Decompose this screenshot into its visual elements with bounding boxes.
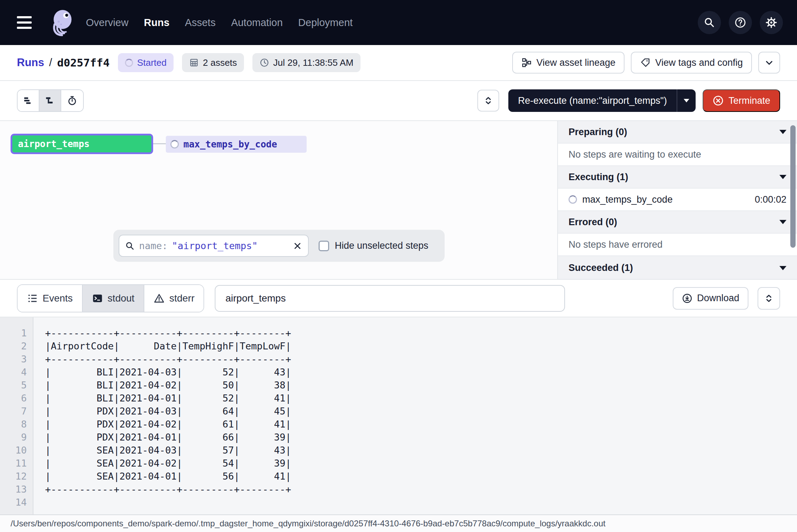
filter-prefix: name: <box>139 240 168 251</box>
download-icon <box>682 293 692 304</box>
log-line: +-----------+----------+---------+------… <box>45 353 291 366</box>
reexecute-button[interactable]: Re-execute (name:"airport_temps") <box>508 89 677 112</box>
run-gantt-area: airport_temps max_temps_by_code name: "a… <box>0 121 797 280</box>
log-step-filter-input[interactable] <box>215 285 565 312</box>
clock-icon <box>259 58 269 68</box>
panel-section-preparing[interactable]: Preparing (0) <box>558 121 797 144</box>
line-number-gutter: 123 456 789 101112 1314 <box>0 317 33 514</box>
flat-gantt-view-button[interactable] <box>18 90 39 111</box>
header-more-button[interactable] <box>758 52 780 74</box>
caret-down-icon <box>779 266 786 270</box>
dagster-logo[interactable] <box>47 8 77 37</box>
view-asset-lineage-button[interactable]: View asset lineage <box>512 52 625 74</box>
hide-unselected-label: Hide unselected steps <box>335 240 428 251</box>
step-node-airport-temps[interactable]: airport_temps <box>11 134 153 154</box>
run-toolbar: Re-execute (name:"airport_temps") Termin… <box>0 81 797 121</box>
chevron-down-icon <box>764 57 774 68</box>
panel-section-errored[interactable]: Errored (0) <box>558 211 797 234</box>
panel-section-succeeded[interactable]: Succeeded (1) <box>558 256 797 279</box>
assets-badge[interactable]: 2 assets <box>182 53 244 72</box>
nav-item-deployment[interactable]: Deployment <box>298 17 353 28</box>
panel-section-executing[interactable]: Executing (1) <box>558 166 797 189</box>
reexecute-split-button: Re-execute (name:"airport_temps") <box>508 89 696 112</box>
stopwatch-icon <box>67 95 77 106</box>
nav-item-overview[interactable]: Overview <box>86 17 128 28</box>
lineage-icon <box>521 57 532 68</box>
download-button[interactable]: Download <box>673 287 748 310</box>
nav-links: Overview Runs Assets Automation Deployme… <box>86 17 353 28</box>
view-tags-config-button[interactable]: View tags and config <box>631 52 752 74</box>
search-icon <box>125 241 135 251</box>
waterfall-gantt-view-button[interactable] <box>39 90 61 111</box>
graph-edge <box>153 143 166 144</box>
zoom-fit-button[interactable] <box>477 90 499 112</box>
reexecute-dropdown-button[interactable] <box>677 89 696 112</box>
gear-icon <box>765 17 777 28</box>
settings-button[interactable] <box>760 11 783 34</box>
help-icon <box>734 17 746 28</box>
spinner-icon <box>125 59 133 67</box>
search-button[interactable] <box>698 11 721 34</box>
log-line: | BLI|2021-04-03| 52| 43| <box>45 366 291 379</box>
log-line: +-----------+----------+---------+------… <box>45 483 291 496</box>
log-tabs: Events stdout stderr <box>17 284 204 312</box>
log-line: | SEA|2021-04-01| 56| 41| <box>45 470 291 483</box>
timer-view-button[interactable] <box>61 90 83 111</box>
grid-icon <box>189 58 199 68</box>
log-line: | SEA|2021-04-02| 54| 39| <box>45 457 291 470</box>
breadcrumb-runs-link[interactable]: Runs <box>17 56 44 69</box>
caret-down-icon <box>779 130 786 134</box>
stdout-log-viewer[interactable]: 123 456 789 101112 1314 +-----------+---… <box>0 317 797 514</box>
tab-stdout[interactable]: stdout <box>83 285 144 312</box>
log-line: | BLI|2021-04-02| 50| 38| <box>45 379 291 392</box>
log-line: +-----------+----------+---------+------… <box>45 327 291 340</box>
list-icon <box>27 293 38 304</box>
waterfall-gantt-icon <box>45 95 55 106</box>
terminate-button[interactable]: Terminate <box>703 89 780 112</box>
timestamp-badge: Jul 29, 11:38:55 AM <box>252 53 360 72</box>
panel-empty-message: No steps have errored <box>558 234 797 256</box>
clear-filter-icon[interactable] <box>293 241 302 251</box>
log-line: | PDX|2021-04-02| 61| 41| <box>45 418 291 431</box>
run-id: d0257ff4 <box>57 56 109 69</box>
log-file-path: /Users/ben/repos/components_demo/spark-d… <box>11 519 605 528</box>
log-line: |AirportCode| Date|TempHighF|TempLowF| <box>45 340 291 353</box>
tag-icon <box>640 57 651 68</box>
log-line: | SEA|2021-04-03| 57| 43| <box>45 444 291 457</box>
status-badge: Started <box>118 53 174 72</box>
help-button[interactable] <box>729 11 752 34</box>
caret-down-icon <box>684 99 689 102</box>
expand-collapse-icon <box>483 95 494 106</box>
panel-scrollbar[interactable] <box>790 125 796 248</box>
warning-icon <box>153 293 165 304</box>
executing-step-row[interactable]: max_temps_by_code 0:00:02 <box>558 189 797 211</box>
expand-collapse-icon <box>764 293 774 304</box>
nav-item-runs[interactable]: Runs <box>144 17 170 28</box>
terminal-icon <box>92 293 103 304</box>
elapsed-time: 0:00:02 <box>755 194 786 205</box>
run-header: Runs / d0257ff4 Started 2 assets Jul 29,… <box>0 45 797 81</box>
view-mode-switcher <box>17 89 84 112</box>
step-node-max-temps-by-code[interactable]: max_temps_by_code <box>166 136 307 153</box>
log-expand-button[interactable] <box>758 287 780 310</box>
nav-item-assets[interactable]: Assets <box>185 17 215 28</box>
tab-events[interactable]: Events <box>18 285 83 312</box>
tab-stderr[interactable]: stderr <box>144 285 204 312</box>
step-filter-bar: name: "airport_temps" Hide unselected st… <box>113 230 445 262</box>
log-line: | PDX|2021-04-03| 64| 45| <box>45 405 291 418</box>
step-graph: airport_temps max_temps_by_code name: "a… <box>0 121 557 279</box>
hamburger-menu-icon[interactable] <box>17 11 39 34</box>
caret-down-icon <box>779 175 786 179</box>
hide-unselected-checkbox[interactable] <box>319 241 329 251</box>
step-status-panel: Preparing (0) No steps are waiting to ex… <box>557 121 797 279</box>
nav-item-automation[interactable]: Automation <box>231 17 283 28</box>
step-filter-input[interactable]: name: "airport_temps" <box>119 235 309 257</box>
search-icon <box>703 17 715 28</box>
log-line: | BLI|2021-04-01| 52| 41| <box>45 392 291 405</box>
log-content: +-----------+----------+---------+------… <box>33 317 291 514</box>
log-file-path-bar: /Users/ben/repos/components_demo/spark-d… <box>0 514 797 532</box>
spinner-icon <box>569 195 577 204</box>
caret-down-icon <box>779 220 786 224</box>
top-nav: Overview Runs Assets Automation Deployme… <box>0 0 797 45</box>
cancel-circle-icon <box>713 95 724 106</box>
